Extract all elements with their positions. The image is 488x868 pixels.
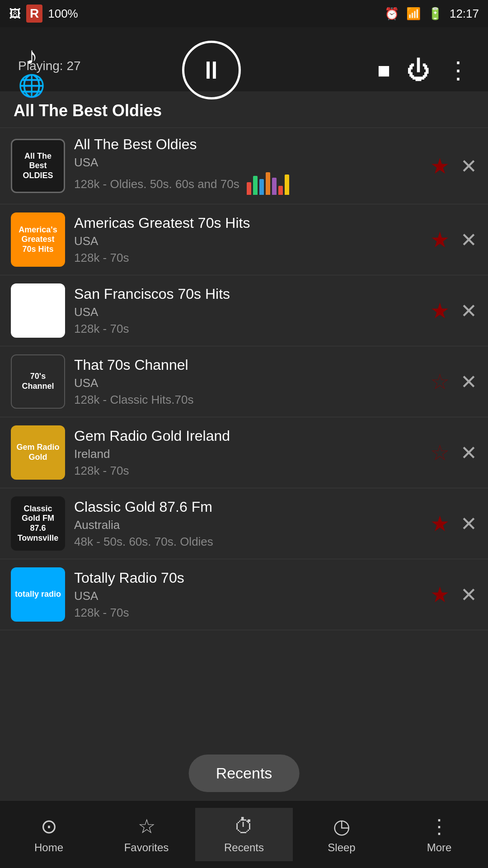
- station-actions: ☆✕: [430, 369, 477, 394]
- station-info: San Franciscos 70s HitsUSA128k - 70s: [74, 286, 421, 336]
- station-name: That 70s Channel: [74, 357, 421, 373]
- station-item[interactable]: All The Best OLDIESAll The Best OldiesUS…: [0, 128, 488, 204]
- nav-icon-favorites: ☆: [138, 815, 155, 838]
- status-right: ⏰ 📶 🔋 12:17: [385, 7, 479, 21]
- nav-icon-home: ⊙: [41, 815, 57, 838]
- station-bitrate: 128k - 70s: [74, 606, 129, 620]
- station-country: USA: [74, 156, 421, 170]
- bottom-nav: ⊙Home☆Favorites⏱Recents◷Sleep⋮More: [0, 800, 488, 868]
- station-name: Americas Greatest 70s Hits: [74, 215, 421, 231]
- player-header: ♪ 🌐 ⏸ ■ ⏻ ⋮ Playing: 27: [0, 27, 488, 91]
- station-country: Australia: [74, 518, 421, 532]
- station-actions: ★✕: [430, 511, 477, 536]
- playing-label: Playing: 27: [18, 59, 81, 73]
- station-bitrate: 128k - Classic Hits.70s: [74, 393, 193, 407]
- globe-icon-button[interactable]: 🌐: [18, 73, 45, 99]
- station-country: Ireland: [74, 447, 421, 461]
- station-logo: 70s RadioHits: [11, 283, 65, 338]
- remove-button[interactable]: ✕: [460, 228, 477, 251]
- station-name: Classic Gold 87.6 Fm: [74, 499, 421, 515]
- station-item[interactable]: America's Greatest 70s HitsAmericas Grea…: [0, 204, 488, 275]
- nav-icon-recents: ⏱: [234, 815, 254, 838]
- nav-item-sleep[interactable]: ◷Sleep: [293, 807, 390, 861]
- favorite-button[interactable]: ★: [430, 298, 450, 323]
- station-name: Gem Radio Gold Ireland: [74, 428, 421, 444]
- station-item[interactable]: Gem Radio GoldGem Radio Gold IrelandIrel…: [0, 417, 488, 488]
- favorite-button[interactable]: ☆: [430, 369, 450, 394]
- remove-button[interactable]: ✕: [460, 370, 477, 393]
- station-item[interactable]: Classic Gold FM 87.6 TownsvilleClassic G…: [0, 488, 488, 559]
- remove-button[interactable]: ✕: [460, 155, 477, 178]
- app-icon: R: [26, 5, 42, 23]
- station-bitrate: 128k - 70s: [74, 251, 129, 265]
- nav-item-more[interactable]: ⋮More: [390, 807, 488, 861]
- nav-label-favorites: Favorites: [124, 841, 169, 854]
- station-country: USA: [74, 376, 421, 390]
- battery-icon: 🔋: [428, 7, 442, 21]
- status-bar: 🖼 R 100% ⏰ 📶 🔋 12:17: [0, 0, 488, 27]
- alarm-icon: ⏰: [385, 7, 399, 21]
- favorite-button[interactable]: ★: [430, 153, 450, 179]
- station-info: Classic Gold 87.6 FmAustralia48k - 50s. …: [74, 499, 421, 549]
- nav-label-recents: Recents: [224, 841, 264, 854]
- station-list: All The Best OLDIESAll The Best OldiesUS…: [0, 128, 488, 630]
- station-info: That 70s ChannelUSA128k - Classic Hits.7…: [74, 357, 421, 407]
- station-bitrate: 128k - 70s: [74, 322, 129, 336]
- station-bitrate: 48k - 50s. 60s. 70s. Oldies: [74, 535, 213, 549]
- favorite-button[interactable]: ★: [430, 511, 450, 536]
- station-country: USA: [74, 589, 421, 603]
- station-logo: Gem Radio Gold: [11, 425, 65, 480]
- station-logo: 70's Channel: [11, 354, 65, 409]
- station-country: USA: [74, 305, 421, 319]
- station-item[interactable]: 70's ChannelThat 70s ChannelUSA128k - Cl…: [0, 346, 488, 417]
- nav-icon-more: ⋮: [429, 815, 449, 838]
- station-logo: America's Greatest 70s Hits: [11, 212, 65, 267]
- station-name: All The Best Oldies: [74, 136, 421, 153]
- station-actions: ★✕: [430, 227, 477, 252]
- nav-label-sleep: Sleep: [328, 841, 355, 854]
- photo-icon: 🖼: [9, 7, 21, 21]
- equalizer-bars: [247, 172, 289, 195]
- remove-button[interactable]: ✕: [460, 441, 477, 464]
- wifi-icon: 📶: [406, 7, 421, 21]
- station-actions: ★✕: [430, 582, 477, 607]
- battery-percent: 100%: [48, 7, 78, 21]
- nav-item-favorites[interactable]: ☆Favorites: [98, 807, 195, 861]
- station-bitrate: 128k - 70s: [74, 464, 129, 478]
- station-logo: totally radio: [11, 567, 65, 622]
- favorite-button[interactable]: ★: [430, 582, 450, 607]
- nav-label-more: More: [427, 841, 452, 854]
- status-left: 🖼 R 100%: [9, 5, 78, 23]
- time-display: 12:17: [450, 7, 479, 21]
- nav-icon-sleep: ◷: [333, 815, 350, 838]
- nav-label-home: Home: [34, 841, 63, 854]
- station-item[interactable]: totally radioTotally Radio 70sUSA128k - …: [0, 559, 488, 630]
- station-bitrate: 128k - Oldies. 50s. 60s and 70s: [74, 177, 239, 191]
- station-info: All The Best OldiesUSA128k - Oldies. 50s…: [74, 136, 421, 196]
- remove-button[interactable]: ✕: [460, 583, 477, 606]
- remove-button[interactable]: ✕: [460, 299, 477, 322]
- station-name: San Franciscos 70s Hits: [74, 286, 421, 302]
- station-logo: Classic Gold FM 87.6 Townsville: [11, 496, 65, 551]
- station-actions: ★✕: [430, 298, 477, 323]
- station-actions: ★✕: [430, 153, 477, 179]
- favorite-button[interactable]: ☆: [430, 440, 450, 465]
- station-name: Totally Radio 70s: [74, 570, 421, 586]
- remove-button[interactable]: ✕: [460, 512, 477, 535]
- station-actions: ☆✕: [430, 440, 477, 465]
- recents-tooltip: Recents: [189, 755, 300, 792]
- station-logo: All The Best OLDIES: [11, 139, 65, 193]
- nav-item-home[interactable]: ⊙Home: [0, 807, 98, 861]
- station-info: Gem Radio Gold IrelandIreland128k - 70s: [74, 428, 421, 478]
- favorite-button[interactable]: ★: [430, 227, 450, 252]
- station-info: Totally Radio 70sUSA128k - 70s: [74, 570, 421, 620]
- station-item[interactable]: 70s RadioHitsSan Franciscos 70s HitsUSA1…: [0, 275, 488, 346]
- station-country: USA: [74, 234, 421, 248]
- nav-item-recents[interactable]: ⏱Recents: [195, 808, 293, 861]
- station-info: Americas Greatest 70s HitsUSA128k - 70s: [74, 215, 421, 265]
